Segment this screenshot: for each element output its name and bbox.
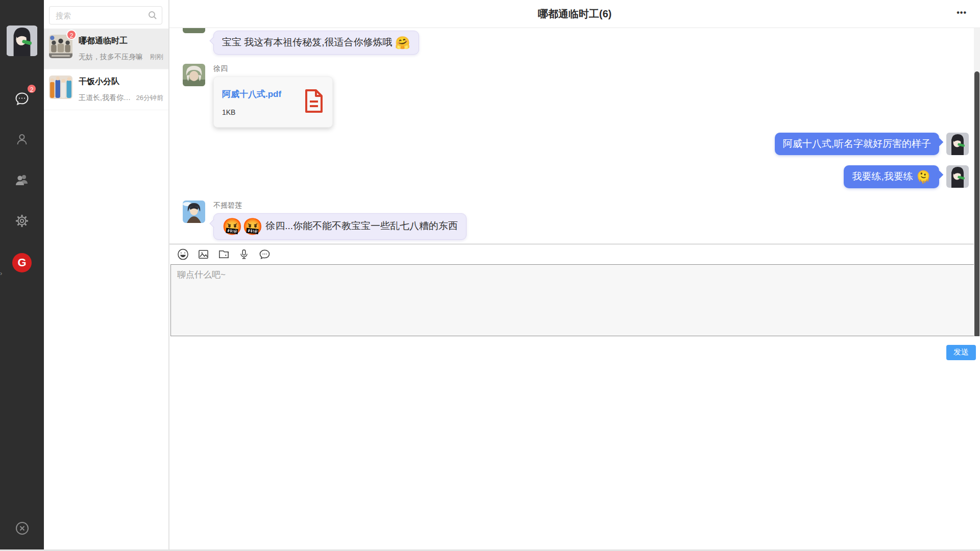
chat-main: 哪都通临时工(6) ••• 宝宝 我这有本祖传秘笈,很适合你修炼哦 🤗 徐四 <box>169 0 980 551</box>
groups-nav-icon[interactable] <box>13 171 31 189</box>
composer-toolbar <box>169 245 980 264</box>
message-row: 不摇碧莲 🤬🤬 徐四...你能不能不教宝宝一些乱七八糟的东西 <box>183 201 969 240</box>
file-size: 1KB <box>222 108 281 116</box>
chat-history-icon[interactable] <box>258 248 271 261</box>
chat-title: 哪都通临时工 <box>79 36 163 46</box>
app-window: 2 <box>0 0 980 551</box>
message-bubble[interactable]: 我要练,我要练 🫠 <box>844 165 939 188</box>
message-row: 我要练,我要练 🫠 <box>183 165 969 188</box>
more-menu-icon[interactable]: ••• <box>957 8 967 17</box>
message-bubble[interactable]: 阿威十八式,听名字就好厉害的样子 <box>775 133 939 155</box>
search-icon[interactable] <box>148 11 157 22</box>
chat-time: 刚刚 <box>150 53 163 62</box>
pdf-file-icon <box>304 89 324 115</box>
file-upload-icon[interactable] <box>217 248 230 261</box>
chat-time: 26分钟前 <box>136 93 163 103</box>
emoji-picker-icon[interactable] <box>177 248 189 261</box>
sender-name: 徐四 <box>213 64 333 73</box>
image-upload-icon[interactable] <box>197 248 209 261</box>
search-bar <box>44 0 168 29</box>
contacts-nav-icon[interactable] <box>13 131 31 148</box>
message-row: 宝宝 我这有本祖传秘笈,很适合你修炼哦 🤗 <box>183 28 969 55</box>
send-button[interactable]: 发送 <box>946 345 976 360</box>
message-input-wrap <box>170 264 980 336</box>
avatar[interactable] <box>946 165 969 188</box>
nav-rail: 2 <box>0 0 44 551</box>
user-avatar[interactable] <box>6 26 38 56</box>
sender-name: 不摇碧莲 <box>213 201 467 210</box>
search-input[interactable] <box>49 6 162 24</box>
chat-list-item-nadutong[interactable]: 2 哪都通临时工 无妨，技多不压身嘛 刚刚 <box>44 29 168 69</box>
avatar[interactable] <box>183 64 205 86</box>
group-avatar <box>49 76 72 99</box>
avatar[interactable] <box>946 133 969 155</box>
message-bubble[interactable]: 🤬🤬 徐四...你能不能不教宝宝一些乱七八糟的东西 <box>213 213 467 240</box>
chats-nav-icon[interactable]: 2 <box>13 90 31 107</box>
chat-list-panel: 2 哪都通临时工 无妨，技多不压身嘛 刚刚 干饭小分队 王道长,我看你才... <box>44 0 169 551</box>
unread-badge: 2 <box>66 30 77 40</box>
composer-footer: 发送 <box>169 336 980 551</box>
microphone-icon[interactable] <box>238 248 250 261</box>
message-bubble[interactable]: 宝宝 我这有本祖传秘笈,很适合你修炼哦 🤗 <box>213 31 419 55</box>
message-input[interactable] <box>171 265 980 336</box>
hugging-face-emoji: 🤗 <box>395 36 410 49</box>
file-attachment[interactable]: 阿威十八式.pdf 1KB <box>213 77 333 128</box>
message-row: 阿威十八式,听名字就好厉害的样子 <box>183 133 969 155</box>
unread-badge: 2 <box>27 84 37 94</box>
file-name: 阿威十八式.pdf <box>222 88 281 100</box>
chat-preview: 王道长,我看你才... <box>79 93 133 103</box>
app-logo[interactable]: G <box>12 253 32 272</box>
chat-header: 哪都通临时工(6) ••• <box>169 0 980 28</box>
angry-face-emoji: 🤬🤬 <box>222 217 263 236</box>
chat-list-item-ganfan[interactable]: 干饭小分队 王道长,我看你才... 26分钟前 <box>44 69 168 110</box>
close-circle-icon[interactable] <box>13 519 31 537</box>
avatar[interactable] <box>183 201 205 223</box>
message-row: 徐四 阿威十八式.pdf 1KB <box>183 64 969 128</box>
page-title: 哪都通临时工(6) <box>538 7 611 21</box>
message-scroll-area: 宝宝 我这有本祖传秘笈,很适合你修炼哦 🤗 徐四 阿威十八式.pdf 1KB <box>169 28 980 243</box>
melting-face-emoji: 🫠 <box>916 170 931 184</box>
chat-preview: 无妨，技多不压身嘛 <box>79 53 147 62</box>
settings-nav-icon[interactable] <box>13 212 31 230</box>
chat-title: 干饭小分队 <box>79 77 163 87</box>
avatar[interactable] <box>183 28 205 33</box>
collapse-arrow-icon[interactable]: › <box>0 269 2 277</box>
